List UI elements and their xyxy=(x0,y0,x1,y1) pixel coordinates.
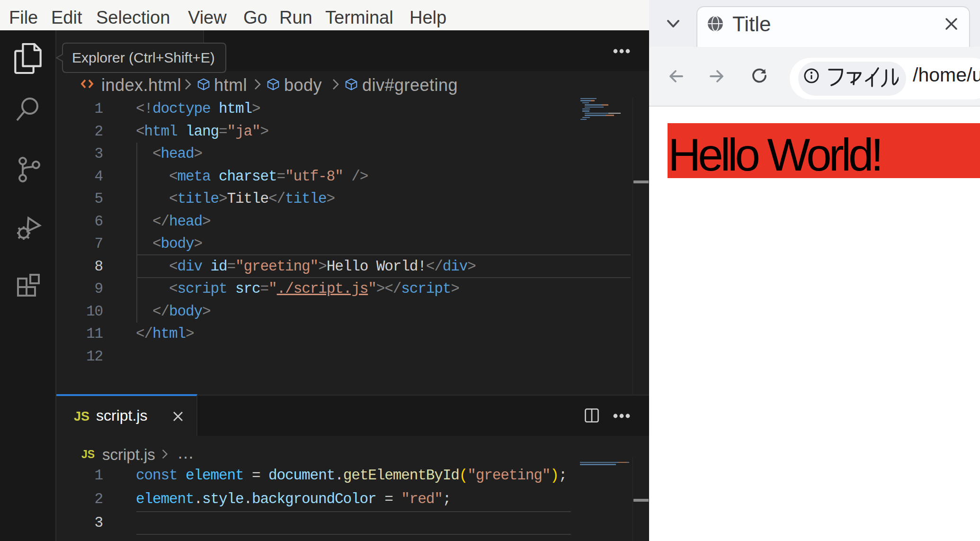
svg-text:Explorer (Ctrl+Shift+E): Explorer (Ctrl+Shift+E) xyxy=(72,50,215,65)
